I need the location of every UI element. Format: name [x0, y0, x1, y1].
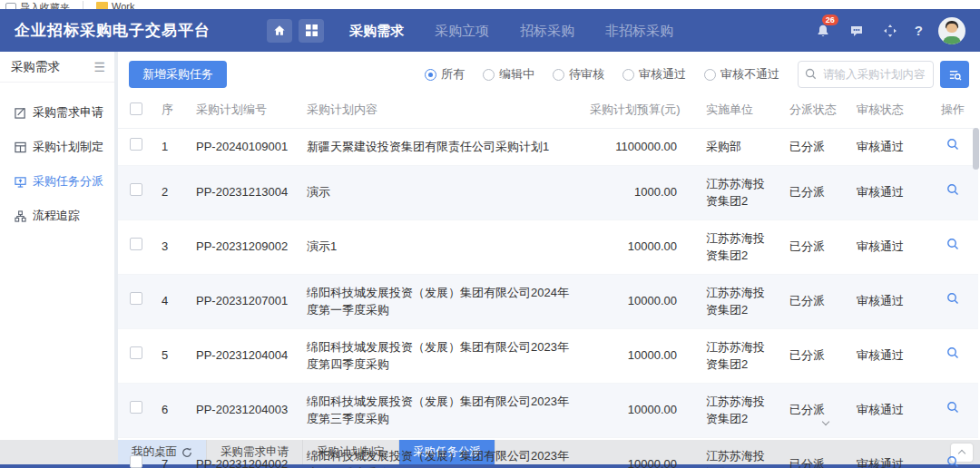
advanced-search-button[interactable]	[940, 61, 969, 88]
bookmark-import[interactable]: 导入收藏夹	[5, 1, 70, 9]
row-budget: 1100000.00	[583, 129, 699, 166]
magnifier-icon	[946, 138, 959, 151]
table-icon	[14, 141, 26, 153]
notifications-button[interactable]: 26	[814, 22, 832, 40]
row-checkbox[interactable]	[130, 401, 142, 414]
messages-button[interactable]	[848, 22, 866, 40]
row-plan-code: PP-20231207001	[189, 274, 299, 328]
row-audit-status: 审核通过	[849, 328, 927, 383]
row-view-button[interactable]	[946, 238, 959, 250]
main-area: 采购需求 ☰ 采购需求申请 采购计划制定 采购任务分派 流程追踪 新增采购任务 …	[0, 52, 980, 440]
sidebar-collapse-icon[interactable]: ☰	[93, 60, 105, 74]
sidebar-item[interactable]: 采购任务分派	[0, 164, 114, 199]
column-header: 采购计划预算(元)	[583, 92, 699, 129]
row-view-button[interactable]	[946, 455, 959, 468]
nav-item-label: 采购需求	[349, 23, 404, 38]
radio-icon	[553, 69, 564, 81]
add-task-button[interactable]: 新增采购任务	[129, 61, 227, 88]
header-nav-item[interactable]: 非招标采购	[605, 9, 673, 52]
row-budget: 10000.00	[583, 274, 699, 328]
dispatch-icon	[14, 175, 26, 188]
magnifier-icon	[946, 455, 959, 468]
row-checkbox[interactable]	[130, 455, 142, 468]
table-row[interactable]: 6 PP-20231204003 绵阳科技城发展投资（发展）集团有限公司2023…	[118, 383, 978, 437]
row-seq: 6	[154, 383, 189, 437]
fullscreen-button[interactable]	[881, 22, 899, 40]
row-seq: 1	[154, 129, 189, 166]
row-plan-code: PP-20231213004	[189, 165, 299, 219]
header-nav-item[interactable]: 采购需求	[349, 9, 404, 52]
row-dispatch-status: 已分派	[782, 383, 849, 437]
row-seq: 2	[154, 165, 189, 219]
avatar[interactable]	[938, 17, 965, 44]
row-checkbox[interactable]	[130, 238, 142, 250]
column-header: 审核状态	[849, 92, 927, 129]
row-dispatch-status: 已分派	[782, 219, 849, 274]
filter-label: 待审核	[569, 66, 604, 83]
row-view-button[interactable]	[946, 346, 959, 359]
row-unit: 江苏苏海投资集团2	[699, 274, 782, 328]
home-button[interactable]	[267, 19, 292, 43]
column-header: 分派状态	[782, 92, 849, 129]
row-audit-status: 审核通过	[849, 274, 927, 328]
row-unit: 江苏苏海投资集团2	[699, 437, 782, 468]
sidebar-item[interactable]: 采购计划制定	[0, 130, 114, 164]
table-row[interactable]: 1 PP-20240109001 新疆天聚建设投资集团有限责任公司采购计划1 1…	[118, 129, 978, 166]
search-input[interactable]	[798, 61, 934, 88]
row-unit: 江苏苏海投资集团2	[699, 383, 782, 437]
row-plan-content: 新疆天聚建设投资集团有限责任公司采购计划1	[299, 129, 583, 166]
row-dispatch-status: 已分派	[782, 165, 849, 219]
table-header: 序采购计划编号采购计划内容采购计划预算(元)实施单位分派状态审核状态操作	[118, 92, 978, 129]
row-seq: 3	[154, 219, 189, 274]
table-row[interactable]: 5 PP-20231204004 绵阳科技城发展投资（发展）集团有限公司2023…	[118, 328, 978, 383]
search-field-wrap	[798, 61, 934, 88]
status-filter-option[interactable]: 编辑中	[483, 66, 534, 83]
nav-item-label: 招标采购	[520, 23, 574, 38]
sidebar-title: 采购需求	[11, 59, 60, 75]
row-audit-status: 审核通过	[849, 437, 927, 468]
sidebar-item[interactable]: 流程追踪	[0, 199, 114, 233]
magnifier-icon	[946, 238, 959, 250]
apps-grid-button[interactable]	[299, 19, 324, 43]
notification-badge: 26	[822, 15, 838, 25]
help-button[interactable]: ?	[915, 23, 923, 38]
table-row[interactable]: 3 PP-20231209002 演示1 10000.00 江苏苏海投资集团2 …	[118, 219, 978, 274]
bookmark-import-label: 导入收藏夹	[20, 1, 70, 9]
bookmark-folder-work[interactable]: Work	[96, 1, 134, 9]
scrollbar-thumb[interactable]	[973, 128, 979, 170]
toolbar: 新增采购任务 所有 编辑中 待审核 审核通过 审核不通过	[118, 52, 980, 92]
row-plan-content: 绵阳科技城发展投资（发展）集团有限公司2024年度第一季度采购	[299, 274, 583, 328]
table-row[interactable]: 2 PP-20231213004 演示 1000.00 江苏苏海投资集团2 已分…	[118, 165, 978, 219]
sidebar-item-label: 采购需求申请	[33, 104, 103, 121]
select-all-checkbox[interactable]	[130, 102, 142, 115]
table-body: 1 PP-20240109001 新疆天聚建设投资集团有限责任公司采购计划1 1…	[118, 129, 978, 468]
row-view-button[interactable]	[946, 138, 959, 151]
expand-arrows-icon	[883, 24, 897, 38]
sidebar-menu: 采购需求申请 采购计划制定 采购任务分派 流程追踪	[0, 83, 114, 233]
row-view-button[interactable]	[946, 183, 959, 196]
column-header: 序	[154, 92, 189, 129]
list-search-icon	[948, 68, 962, 82]
header-nav-item[interactable]: 招标采购	[520, 9, 574, 52]
row-view-button[interactable]	[946, 292, 959, 305]
table-row[interactable]: 4 PP-20231207001 绵阳科技城发展投资（发展）集团有限公司2024…	[118, 274, 978, 328]
header-nav-item[interactable]: 采购立项	[435, 9, 489, 52]
row-plan-code: PP-20231204004	[189, 328, 299, 383]
row-checkbox[interactable]	[130, 292, 142, 305]
row-checkbox[interactable]	[130, 138, 142, 151]
sidebar-item[interactable]: 采购需求申请	[0, 95, 114, 130]
status-filter-option[interactable]: 待审核	[553, 66, 604, 83]
column-header: 采购计划编号	[189, 92, 299, 129]
status-filter-option[interactable]: 审核不通过	[704, 66, 779, 83]
row-unit: 江苏苏海投资集团2	[699, 328, 782, 383]
sidebar: 采购需求 ☰ 采购需求申请 采购计划制定 采购任务分派 流程追踪	[0, 52, 114, 440]
row-view-button[interactable]	[946, 401, 959, 414]
table-row[interactable]: 7 PP-20231204002 绵阳科技城发展投资（发展）集团有限公司2023…	[118, 437, 978, 468]
table-header-row: 序采购计划编号采购计划内容采购计划预算(元)实施单位分派状态审核状态操作	[118, 92, 978, 129]
status-filter-option[interactable]: 审核通过	[622, 66, 686, 83]
status-filter-option[interactable]: 所有	[425, 66, 465, 83]
row-budget: 10000.00	[583, 219, 699, 274]
row-checkbox[interactable]	[130, 346, 142, 359]
table-scrollbar[interactable]	[973, 128, 979, 402]
row-checkbox[interactable]	[130, 183, 142, 196]
